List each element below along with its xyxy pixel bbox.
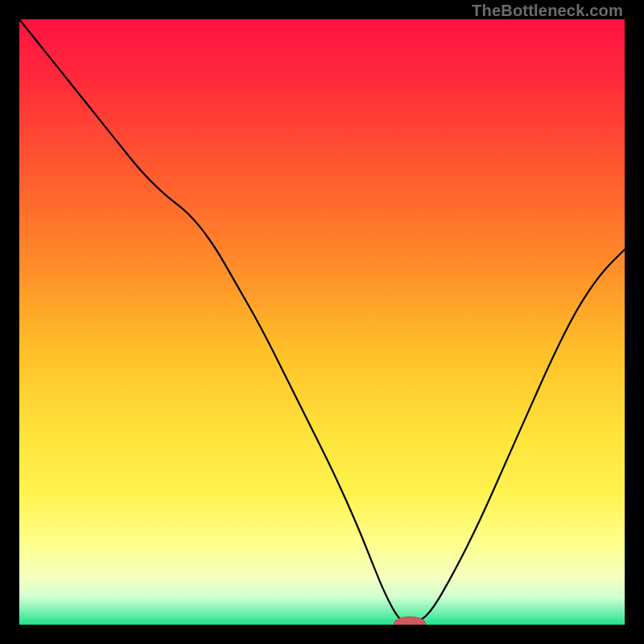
gradient-background: [19, 19, 625, 625]
chart-plot-area: [19, 19, 625, 625]
watermark-text: TheBottleneck.com: [472, 2, 623, 20]
bottleneck-chart: [19, 19, 625, 625]
